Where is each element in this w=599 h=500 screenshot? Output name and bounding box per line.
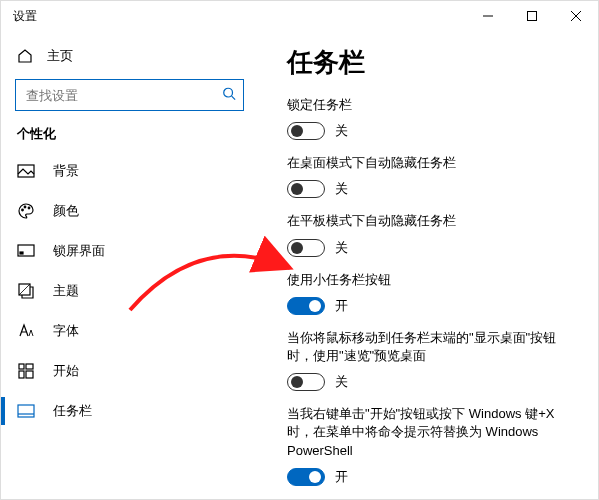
toggle-state-text: 关 [335, 239, 348, 257]
maximize-icon [527, 11, 537, 21]
sidebar-item-fonts[interactable]: 字体 [1, 311, 258, 351]
sidebar-nav: 背景 颜色 锁屏界面 主题 字体 [1, 151, 258, 431]
home-label: 主页 [47, 47, 73, 65]
svg-point-7 [22, 209, 24, 211]
toggle-state-text: 关 [335, 180, 348, 198]
close-button[interactable] [554, 1, 598, 31]
toggle-state-text: 开 [335, 468, 348, 486]
lockscreen-icon [17, 242, 35, 260]
svg-point-9 [28, 207, 30, 209]
toggle-powershell[interactable] [287, 468, 325, 486]
sidebar-item-background[interactable]: 背景 [1, 151, 258, 191]
minimize-icon [483, 11, 493, 21]
titlebar: 设置 [1, 1, 598, 31]
svg-point-4 [224, 88, 233, 97]
setting-label: 使用小任务栏按钮 [287, 271, 570, 289]
setting-lock-taskbar: 锁定任务栏 关 [287, 96, 570, 140]
taskbar-icon [17, 402, 35, 420]
toggle-autohide-tablet[interactable] [287, 239, 325, 257]
toggle-lock-taskbar[interactable] [287, 122, 325, 140]
palette-icon [17, 202, 35, 220]
setting-peek-desktop: 当你将鼠标移动到任务栏末端的"显示桌面"按钮时，使用"速览"预览桌面 关 [287, 329, 570, 391]
minimize-button[interactable] [466, 1, 510, 31]
sidebar-section-label: 个性化 [1, 125, 258, 151]
sidebar-item-label: 主题 [53, 282, 79, 300]
svg-rect-16 [26, 371, 33, 378]
maximize-button[interactable] [510, 1, 554, 31]
setting-small-buttons: 使用小任务栏按钮 开 [287, 271, 570, 315]
setting-label: 当你将鼠标移动到任务栏末端的"显示桌面"按钮时，使用"速览"预览桌面 [287, 329, 570, 365]
sidebar-item-label: 开始 [53, 362, 79, 380]
svg-line-5 [232, 96, 236, 100]
svg-rect-1 [528, 12, 537, 21]
home-icon [17, 48, 33, 64]
sidebar-item-label: 颜色 [53, 202, 79, 220]
setting-label: 在平板模式下自动隐藏任务栏 [287, 212, 570, 230]
sidebar-item-label: 字体 [53, 322, 79, 340]
setting-label: 锁定任务栏 [287, 96, 570, 114]
content-panel: 任务栏 锁定任务栏 关 在桌面模式下自动隐藏任务栏 关 在平板模式下自动隐藏任务… [259, 31, 598, 499]
picture-icon [17, 162, 35, 180]
toggle-state-text: 关 [335, 373, 348, 391]
setting-autohide-desktop: 在桌面模式下自动隐藏任务栏 关 [287, 154, 570, 198]
window-title: 设置 [13, 8, 37, 25]
sidebar-item-lockscreen[interactable]: 锁屏界面 [1, 231, 258, 271]
setting-powershell: 当我右键单击"开始"按钮或按下 Windows 键+X 时，在菜单中将命令提示符… [287, 405, 570, 486]
svg-rect-14 [26, 364, 33, 369]
setting-label: 在桌面模式下自动隐藏任务栏 [287, 154, 570, 172]
sidebar-item-taskbar[interactable]: 任务栏 [1, 391, 258, 431]
sidebar-item-label: 背景 [53, 162, 79, 180]
sidebar: 主页 个性化 背景 颜色 [1, 31, 259, 499]
svg-rect-15 [19, 371, 24, 378]
svg-point-8 [24, 206, 26, 208]
start-icon [17, 362, 35, 380]
home-link[interactable]: 主页 [1, 39, 258, 75]
fonts-icon [17, 322, 35, 340]
search-icon [222, 87, 236, 104]
toggle-peek-desktop[interactable] [287, 373, 325, 391]
sidebar-item-start[interactable]: 开始 [1, 351, 258, 391]
sidebar-item-label: 锁屏界面 [53, 242, 105, 260]
svg-rect-17 [18, 405, 34, 417]
settings-window: 设置 主页 [0, 0, 599, 500]
toggle-state-text: 关 [335, 122, 348, 140]
themes-icon [17, 282, 35, 300]
search-box[interactable] [15, 79, 244, 111]
setting-label: 当我右键单击"开始"按钮或按下 Windows 键+X 时，在菜单中将命令提示符… [287, 405, 570, 460]
search-input[interactable] [15, 79, 244, 111]
sidebar-item-label: 任务栏 [53, 402, 92, 420]
toggle-autohide-desktop[interactable] [287, 180, 325, 198]
sidebar-item-themes[interactable]: 主题 [1, 271, 258, 311]
page-title: 任务栏 [287, 45, 570, 80]
toggle-small-buttons[interactable] [287, 297, 325, 315]
window-controls [466, 1, 598, 31]
svg-rect-13 [19, 364, 24, 369]
setting-autohide-tablet: 在平板模式下自动隐藏任务栏 关 [287, 212, 570, 256]
close-icon [571, 11, 581, 21]
svg-rect-11 [20, 252, 23, 254]
sidebar-item-colors[interactable]: 颜色 [1, 191, 258, 231]
toggle-state-text: 开 [335, 297, 348, 315]
